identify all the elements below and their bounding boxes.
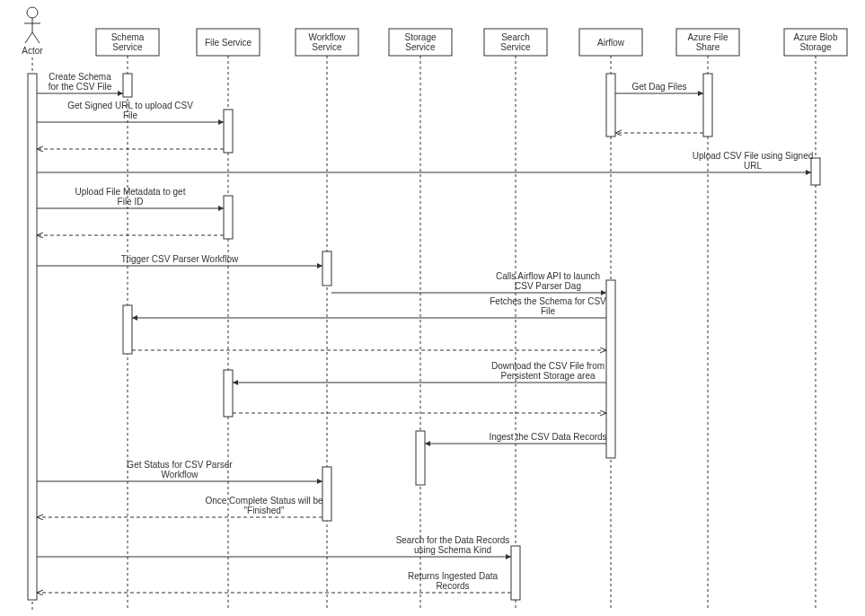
message-label: Ingest the CSV Data Records (489, 432, 606, 442)
message: Upload File Metadata to getFile ID (37, 187, 224, 208)
svg-line-3 (32, 32, 40, 43)
activation-bar (811, 158, 820, 185)
participant-label: SearchService (500, 32, 531, 52)
participant-label: Azure BlobStorage (794, 32, 838, 52)
activation-bar (224, 196, 233, 239)
message-label: Calls Airflow API to launchCSV Parser Da… (496, 271, 600, 291)
message: Calls Airflow API to launchCSV Parser Da… (331, 271, 606, 293)
participant-label: File Service (205, 38, 252, 48)
participant-label: Airflow (597, 38, 625, 48)
message: Once Complete Status will be"Finished" (37, 496, 323, 517)
message-label: Get Signed URL to upload CSVFile (67, 101, 193, 120)
message: Download the CSV File fromPersistent Sto… (233, 361, 606, 383)
actor-head-icon (27, 7, 38, 18)
activation-bar (322, 251, 331, 286)
activation-bar (123, 74, 132, 97)
message: Returns Ingested DataRecords (37, 571, 511, 593)
participant-azureblob: Azure BlobStorage (784, 29, 847, 611)
message: Get Status for CSV ParserWorkflow (37, 460, 322, 481)
message-label: Once Complete Status will be"Finished" (205, 496, 323, 515)
activation-bar (606, 280, 615, 458)
participant-label: StorageService (404, 32, 436, 52)
message: Search for the Data Recordsusing Schema … (37, 535, 511, 557)
participant-search: SearchService (484, 29, 547, 611)
message-label: Fetches the Schema for CSVFile (490, 296, 606, 316)
activation-bar (123, 305, 132, 354)
message-label: Get Status for CSV ParserWorkflow (127, 460, 233, 480)
message: Get Signed URL to upload CSVFile (37, 101, 224, 122)
message-label: Upload CSV File using SignedURL (693, 151, 814, 171)
participant-label: WorkflowService (309, 32, 347, 52)
message-label: Get Dag Files (631, 82, 686, 92)
activation-bar (224, 370, 233, 417)
svg-line-2 (25, 32, 32, 43)
message: Trigger CSV Parser Workflow (37, 254, 322, 266)
activation-bar (224, 110, 233, 153)
activation-bar (511, 546, 520, 600)
message-label: Upload File Metadata to getFile ID (75, 187, 186, 207)
participant-label: SchemaService (111, 32, 145, 52)
participant-storage: StorageService (389, 29, 452, 611)
message-label: Returns Ingested DataRecords (408, 571, 498, 591)
message-label: Download the CSV File fromPersistent Sto… (491, 361, 605, 381)
message: Get Dag Files (615, 82, 703, 93)
participant-workflow: WorkflowService (296, 29, 358, 611)
activation-bar (703, 74, 712, 136)
activation-bar (606, 74, 615, 136)
message-label: Trigger CSV Parser Workflow (121, 254, 239, 264)
message: Create Schemafor the CSV File (37, 72, 123, 93)
message: Upload CSV File using SignedURL (37, 151, 813, 172)
message-label: Create Schemafor the CSV File (49, 72, 112, 92)
sequence-diagram: ActorSchemaServiceFile ServiceWorkflowSe… (0, 0, 865, 616)
message: Fetches the Schema for CSVFile (132, 296, 606, 318)
activation-bar (416, 431, 425, 485)
message: Ingest the CSV Data Records (425, 432, 607, 444)
participant-label: Actor (22, 46, 43, 56)
activation-bar (28, 74, 37, 600)
message-label: Search for the Data Recordsusing Schema … (396, 535, 510, 555)
activation-bar (322, 467, 331, 521)
